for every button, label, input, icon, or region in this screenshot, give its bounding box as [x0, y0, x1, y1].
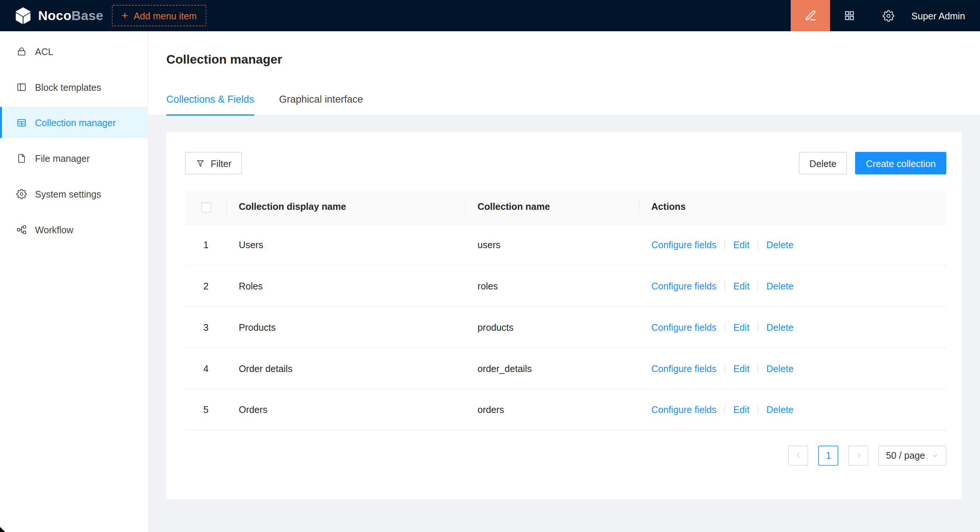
edit-link[interactable]: Edit	[733, 363, 749, 373]
table-row: 5 Orders orders Configure fieldsEditDele…	[185, 389, 946, 430]
nocobase-logo[interactable]: NocoBase	[0, 6, 112, 25]
page-number-button[interactable]: 1	[819, 445, 838, 465]
row-index: 1	[204, 239, 209, 250]
cell-display-name: Products	[227, 306, 466, 348]
sidebar-item-system-settings[interactable]: System settings	[0, 178, 147, 210]
sidebar-item-workflow[interactable]: Workflow	[0, 214, 147, 245]
table-row: 2 Roles roles Configure fieldsEditDelete	[185, 265, 946, 306]
nocobase-logo-icon	[14, 6, 32, 25]
gear-icon	[883, 10, 894, 22]
tab-bar: Collections & Fields Graphical interface	[166, 93, 962, 115]
sidebar-item-acl[interactable]: ACL	[0, 36, 147, 67]
delete-link[interactable]: Delete	[767, 321, 794, 332]
file-icon	[16, 153, 27, 164]
collections-table: Collection display name Collection name …	[185, 190, 946, 430]
table-row: 1 Users users Configure fieldsEditDelete	[185, 224, 946, 265]
prev-page-button[interactable]	[788, 445, 808, 465]
user-menu[interactable]: Super Admin	[908, 10, 980, 21]
page-content: Filter Delete Create collection	[148, 116, 980, 532]
column-header-actions: Actions	[640, 190, 947, 224]
divider	[725, 405, 725, 414]
cell-collection-name: users	[466, 224, 640, 265]
sidebar-item-collection-manager[interactable]: Collection manager	[0, 107, 147, 138]
toolbar-right: Delete Create collection	[799, 152, 947, 174]
select-all-checkbox[interactable]	[201, 202, 211, 213]
nocobase-app: NocoBase + Add menu item	[0, 0, 980, 532]
workflow-icon	[16, 224, 27, 235]
chevron-right-icon	[854, 451, 862, 459]
cell-display-name: Order details	[227, 348, 466, 389]
add-menu-item-button[interactable]: + Add menu item	[112, 5, 206, 26]
filter-button[interactable]: Filter	[185, 152, 242, 174]
sidebar-item-file-manager[interactable]: File manager	[0, 143, 147, 174]
divider	[757, 405, 758, 414]
divider	[757, 322, 758, 332]
divider	[725, 240, 725, 249]
configure-fields-link[interactable]: Configure fields	[651, 404, 717, 415]
cell-display-name: Orders	[227, 389, 466, 430]
cell-display-name: Users	[227, 224, 466, 265]
edit-link[interactable]: Edit	[733, 321, 749, 332]
cell-collection-name: order_details	[466, 348, 640, 389]
cell-actions: Configure fieldsEditDelete	[640, 348, 947, 389]
delete-button[interactable]: Delete	[799, 152, 847, 174]
sidebar-item-label: Collection manager	[35, 117, 116, 128]
delete-link[interactable]: Delete	[767, 239, 794, 250]
sidebar-item-label: File manager	[35, 153, 90, 164]
cell-actions: Configure fieldsEditDelete	[640, 265, 947, 306]
main-area: Collection manager Collections & Fields …	[148, 31, 980, 532]
logo-text-light: Base	[72, 8, 103, 23]
sidebar-item-label: Workflow	[35, 224, 73, 235]
filter-button-label: Filter	[211, 158, 231, 168]
logo-text: NocoBase	[38, 8, 103, 23]
sidebar-item-label: ACL	[35, 46, 53, 57]
cell-collection-name: orders	[466, 389, 640, 430]
collections-card: Filter Delete Create collection	[166, 132, 962, 499]
configure-fields-link[interactable]: Configure fields	[651, 321, 717, 332]
sidebar-item-label: System settings	[35, 189, 101, 199]
plugins-button[interactable]	[830, 0, 869, 31]
tab-graphical-interface[interactable]: Graphical interface	[279, 93, 363, 116]
pagination: 1 50 / page	[185, 445, 946, 465]
tab-collections-fields[interactable]: Collections & Fields	[166, 93, 254, 116]
row-index: 5	[204, 404, 209, 415]
page-size-select[interactable]: 50 / page	[878, 445, 946, 465]
table-row: 4 Order details order_details Configure …	[185, 348, 946, 389]
settings-button[interactable]	[869, 0, 907, 31]
next-page-button[interactable]	[848, 445, 869, 465]
cell-actions: Configure fieldsEditDelete	[640, 389, 947, 430]
divider	[757, 281, 758, 290]
edit-link[interactable]: Edit	[733, 239, 749, 250]
plus-icon: +	[121, 10, 128, 21]
sidebar-item-block-templates[interactable]: Block templates	[0, 71, 147, 103]
configure-fields-link[interactable]: Configure fields	[651, 363, 717, 373]
table-header-row: Collection display name Collection name …	[185, 190, 946, 224]
settings-sidebar: ACL Block templates Collection manager	[0, 31, 148, 532]
logo-text-bold: Noco	[38, 8, 72, 23]
create-collection-button[interactable]: Create collection	[855, 152, 947, 174]
divider	[725, 364, 725, 373]
delete-link[interactable]: Delete	[767, 404, 794, 415]
add-menu-item-label: Add menu item	[134, 10, 196, 21]
page-size-value: 50 / page	[886, 450, 925, 461]
cell-display-name: Roles	[227, 265, 466, 306]
configure-fields-link[interactable]: Configure fields	[651, 280, 717, 291]
cell-collection-name: products	[466, 306, 640, 348]
delete-link[interactable]: Delete	[767, 280, 794, 291]
page-header: Collection manager Collections & Fields …	[148, 31, 980, 116]
configure-fields-link[interactable]: Configure fields	[651, 239, 717, 250]
app-body: ACL Block templates Collection manager	[0, 31, 980, 532]
filter-icon	[196, 159, 205, 168]
ui-editor-button[interactable]	[791, 0, 830, 31]
chevron-down-icon	[931, 452, 939, 459]
column-header-display-name: Collection display name	[227, 190, 466, 224]
row-index: 4	[204, 363, 209, 373]
layout-icon	[16, 81, 27, 92]
edit-link[interactable]: Edit	[733, 280, 749, 291]
mouse-cursor	[0, 527, 6, 532]
column-header-collection-name: Collection name	[466, 190, 640, 224]
delete-link[interactable]: Delete	[767, 363, 794, 373]
edit-link[interactable]: Edit	[733, 404, 749, 415]
row-index: 2	[204, 280, 209, 291]
divider	[725, 322, 725, 332]
